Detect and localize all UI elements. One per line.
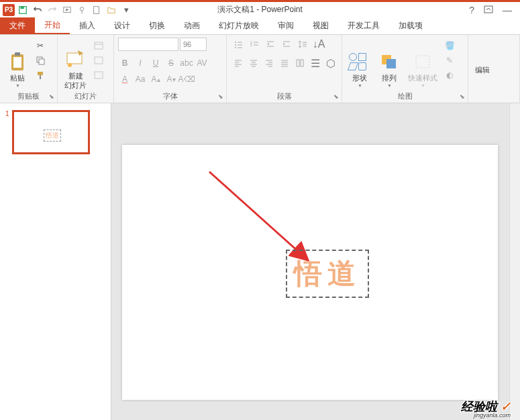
ribbon-options-icon[interactable] [484,5,493,15]
undo-icon[interactable] [31,3,44,17]
svg-rect-55 [416,56,429,68]
outdent-button[interactable] [263,38,278,51]
smartart-button[interactable]: ⬡ [323,56,337,70]
spacing-button[interactable]: AV [195,56,209,70]
svg-rect-10 [39,59,44,64]
font-color-button[interactable]: A [118,72,132,86]
touch-mode-icon[interactable] [75,3,89,17]
minimize-icon[interactable]: — [503,5,512,15]
save-icon[interactable] [16,3,30,17]
svg-rect-4 [94,6,99,13]
align-center-button[interactable] [246,56,260,70]
slide-editor: 悟道 [111,103,520,420]
tab-animations[interactable]: 动画 [174,17,209,34]
bullets-button[interactable] [231,38,246,51]
svg-point-20 [235,44,236,46]
shadow-button[interactable]: abc [180,56,193,70]
svg-point-22 [235,47,236,48]
clear-format-button[interactable]: A⌫ [180,72,193,86]
drawing-launcher-icon[interactable]: ⬊ [460,93,465,100]
thumb-text: 悟道 [44,129,61,142]
tab-view[interactable]: 视图 [303,17,338,34]
svg-rect-11 [38,72,43,75]
clipboard-icon [7,51,28,72]
italic-button[interactable]: I [134,56,147,70]
reset-icon[interactable] [92,54,105,67]
columns-button[interactable] [293,56,307,70]
svg-point-3 [80,7,83,10]
change-case-button[interactable]: Aa [134,72,147,86]
copy-icon[interactable] [34,54,47,67]
svg-point-13 [68,63,72,67]
tab-insert[interactable]: 插入 [70,17,105,34]
svg-rect-54 [386,59,396,68]
svg-rect-7 [13,57,21,68]
text-direction-button[interactable]: ↓A [311,38,326,51]
paragraph-launcher-icon[interactable]: ⬊ [333,93,339,100]
redo-icon[interactable] [46,3,59,17]
help-icon[interactable]: ? [469,5,474,15]
font-name-input[interactable] [118,38,178,51]
ribbon: 粘贴 ▼ ✂ 剪贴板 ⬊ 新建 幻灯片 幻灯片 [0,35,520,103]
watermark-url: jingyanla.com [474,412,511,419]
tab-home[interactable]: 开始 [35,17,70,34]
open-icon[interactable] [105,3,118,17]
strike-button[interactable]: S [164,56,178,70]
shape-outline-icon[interactable]: ✎ [443,54,456,67]
tab-design[interactable]: 设计 [105,17,140,34]
editing-button[interactable]: 编辑 [472,38,492,101]
numbering-button[interactable]: 12 [247,38,262,51]
align-text-button[interactable]: ☰ [308,56,322,70]
format-painter-icon[interactable] [34,68,47,82]
slideshow-icon[interactable] [60,3,74,17]
svg-rect-51 [297,60,299,66]
qat-customize-icon[interactable]: ▾ [119,3,133,17]
justify-button[interactable] [277,56,291,70]
app-icon: P3 [3,4,15,16]
vertical-scrollbar[interactable] [509,103,520,420]
svg-rect-14 [95,42,103,49]
cut-icon[interactable]: ✂ [34,39,47,52]
font-size-input[interactable]: 96 [180,38,207,51]
bold-button[interactable]: B [118,56,132,70]
tab-slideshow[interactable]: 幻灯片放映 [209,17,268,34]
svg-rect-1 [21,6,24,9]
slide-thumbnail[interactable]: 悟道 [12,110,90,154]
slide-thumbnail-panel: 1 悟道 [0,103,111,420]
slide-text: 悟道 [294,258,361,289]
new-slide-icon [65,49,87,70]
tab-review[interactable]: 审阅 [268,17,303,34]
layout-icon[interactable] [92,39,105,52]
shrink-font-button[interactable]: A▾ [164,72,178,86]
clipboard-launcher-icon[interactable]: ⬊ [49,93,54,100]
line-spacing-button[interactable] [295,38,310,51]
svg-point-18 [235,42,236,43]
svg-rect-16 [95,57,103,64]
shape-effects-icon[interactable]: ◐ [443,68,456,82]
tab-transitions[interactable]: 切换 [140,17,174,34]
text-box[interactable]: 悟道 [286,250,369,298]
font-launcher-icon[interactable]: ⬊ [218,93,223,100]
shape-fill-icon[interactable]: 🪣 [443,39,456,52]
align-left-button[interactable] [231,56,245,70]
shapes-icon [349,51,370,72]
svg-rect-8 [15,52,20,56]
new-icon[interactable] [90,3,103,17]
font-group-label: 字体 [114,91,226,101]
svg-text:2: 2 [250,43,252,47]
tab-addins[interactable]: 加载项 [389,17,432,34]
tab-developer[interactable]: 开发工具 [338,17,389,34]
svg-rect-5 [484,6,492,13]
indent-button[interactable] [279,38,294,51]
drawing-group-label: 绘图 [342,91,468,101]
align-right-button[interactable] [262,56,276,70]
grow-font-button[interactable]: A▴ [149,72,162,86]
tab-file[interactable]: 文件 [0,17,35,34]
svg-rect-17 [95,72,103,78]
paragraph-group-label: 段落 [227,91,342,101]
slide-canvas[interactable]: 悟道 [122,145,498,400]
underline-button[interactable]: U [149,56,162,70]
ribbon-tabs: 文件 开始 插入 设计 切换 动画 幻灯片放映 审阅 视图 开发工具 加载项 [0,17,520,35]
section-icon[interactable] [92,68,105,82]
quick-styles-icon [412,51,433,72]
